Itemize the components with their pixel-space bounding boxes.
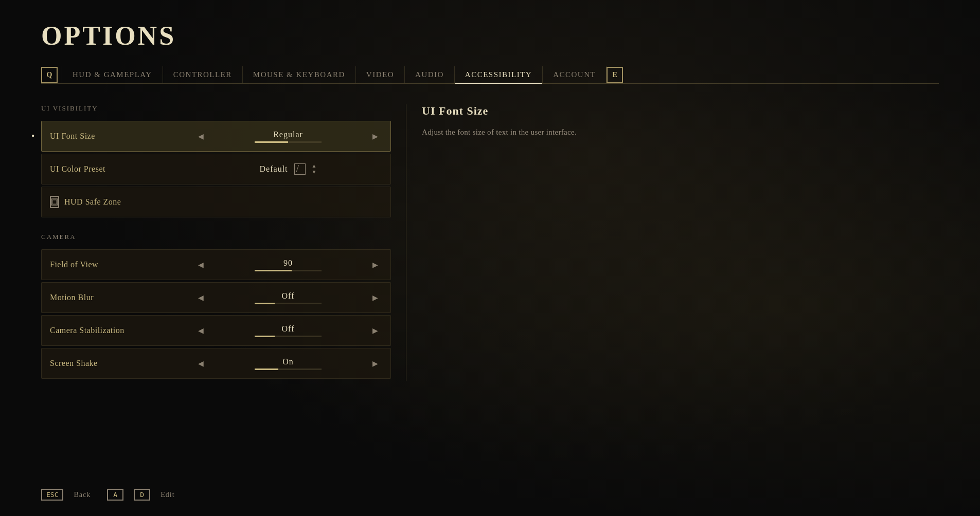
setting-row-camera-stabilization[interactable]: Camera Stabilization Off	[41, 315, 391, 346]
color-preset-control: Default ▲ ▼	[260, 163, 317, 175]
setting-value-ui-font-size: Regular	[273, 130, 303, 139]
svg-rect-1	[52, 200, 57, 204]
arrow-left-screen-shake[interactable]	[194, 357, 208, 370]
slider-fill-screen-shake	[255, 368, 278, 370]
tab-audio[interactable]: AUDIO	[405, 66, 455, 83]
color-arrows[interactable]: ▲ ▼	[312, 163, 317, 175]
tab-account[interactable]: ACCOUNT	[543, 66, 607, 83]
setting-control-ui-color-preset: ◀ Default ▲ ▼ ▶	[194, 163, 382, 176]
nav-key-e[interactable]: E	[607, 67, 623, 83]
settings-panel: UI VISIBILITY UI Font Size Regular	[41, 104, 391, 381]
setting-value-ui-color-preset: Default	[260, 164, 288, 174]
slider-fill-ui-font-size	[255, 141, 288, 143]
info-title: UI Font Size	[422, 104, 939, 118]
nav-key-q[interactable]: Q	[41, 67, 58, 83]
setting-value-field-of-view: 90	[283, 259, 293, 268]
value-container-ui-font-size: Regular	[208, 130, 368, 143]
setting-row-field-of-view[interactable]: Field of View 90	[41, 249, 391, 280]
setting-label-field-of-view: Field of View	[50, 260, 194, 269]
setting-row-hud-safe-zone[interactable]: HUD Safe Zone	[41, 187, 391, 217]
info-description: Adjust the font size of text in the user…	[422, 126, 939, 139]
setting-value-screen-shake: On	[282, 357, 294, 366]
arrow-left-camera-stabilization[interactable]	[194, 324, 208, 337]
slider-fill-camera-stabilization	[255, 336, 275, 337]
setting-label-hud-safe-zone: HUD Safe Zone	[64, 197, 208, 207]
value-container-screen-shake: On	[208, 357, 368, 370]
tab-video[interactable]: VIDEO	[356, 66, 405, 83]
arrow-right-ui-font-size[interactable]	[368, 130, 382, 143]
setting-label-ui-color-preset: UI Color Preset	[50, 164, 194, 174]
color-slash-icon	[294, 163, 306, 175]
setting-row-ui-color-preset[interactable]: UI Color Preset ◀ Default ▲ ▼ ▶	[41, 154, 391, 185]
key-a: A	[107, 489, 123, 501]
hud-safe-zone-icon	[50, 196, 59, 208]
value-container-motion-blur: Off	[208, 291, 368, 304]
setting-control-camera-stabilization: Off	[194, 324, 382, 337]
slider-track-motion-blur	[255, 303, 322, 304]
setting-label-screen-shake: Screen Shake	[50, 359, 194, 368]
main-content: UI VISIBILITY UI Font Size Regular	[41, 104, 939, 381]
arrow-left-motion-blur[interactable]	[194, 291, 208, 304]
setting-row-motion-blur[interactable]: Motion Blur Off	[41, 282, 391, 313]
setting-row-screen-shake[interactable]: Screen Shake On	[41, 348, 391, 379]
setting-label-camera-stabilization: Camera Stabilization	[50, 326, 194, 335]
setting-value-motion-blur: Off	[282, 291, 295, 301]
setting-row-ui-font-size[interactable]: UI Font Size Regular	[41, 121, 391, 152]
key-d: D	[134, 489, 150, 501]
slider-track-screen-shake	[255, 368, 322, 370]
setting-control-ui-font-size: Regular	[194, 130, 382, 143]
value-container-camera-stabilization: Off	[208, 324, 368, 337]
setting-control-field-of-view: 90	[194, 259, 382, 271]
arrow-right-screen-shake[interactable]	[368, 357, 382, 370]
setting-label-ui-font-size: UI Font Size	[50, 132, 194, 141]
slider-fill-field-of-view	[255, 270, 292, 271]
value-container-field-of-view: 90	[208, 259, 368, 271]
tab-mouse[interactable]: MOUSE & KEYBOARD	[243, 66, 356, 83]
label-edit: Edit	[161, 491, 174, 499]
slider-track-camera-stabilization	[255, 336, 322, 337]
section-header-ui-visibility: UI VISIBILITY	[41, 104, 391, 113]
slider-track-ui-font-size	[255, 141, 322, 143]
tab-controller[interactable]: CONTROLLER	[163, 66, 243, 83]
slider-fill-motion-blur	[255, 303, 275, 304]
tab-hud[interactable]: HUD & GAMEPLAY	[62, 66, 163, 83]
hud-safe-zone-content: HUD Safe Zone	[50, 196, 124, 208]
tab-accessibility[interactable]: ACCESSIBILITY	[455, 66, 543, 83]
setting-value-camera-stabilization: Off	[282, 324, 295, 334]
arrow-right-motion-blur[interactable]	[368, 291, 382, 304]
setting-control-screen-shake: On	[194, 357, 382, 370]
label-back: Back	[74, 491, 91, 499]
bottom-bar: ESC Back A D Edit	[41, 489, 181, 501]
info-panel: UI Font Size Adjust the font size of tex…	[422, 104, 939, 139]
section-header-camera: CAMERA	[41, 233, 391, 241]
page-title: OPTIONS	[41, 21, 939, 51]
arrow-right-field-of-view[interactable]	[368, 259, 382, 271]
arrow-left-field-of-view[interactable]	[194, 259, 208, 271]
key-esc: ESC	[41, 489, 63, 501]
nav-tabs: Q HUD & GAMEPLAY CONTROLLER MOUSE & KEYB…	[41, 66, 939, 84]
arrow-left-ui-font-size[interactable]	[194, 130, 208, 143]
setting-control-motion-blur: Off	[194, 291, 382, 304]
value-container-ui-color-preset: Default ▲ ▼	[208, 163, 368, 175]
setting-label-motion-blur: Motion Blur	[50, 293, 194, 302]
arrow-right-camera-stabilization[interactable]	[368, 324, 382, 337]
slider-track-field-of-view	[255, 270, 322, 271]
